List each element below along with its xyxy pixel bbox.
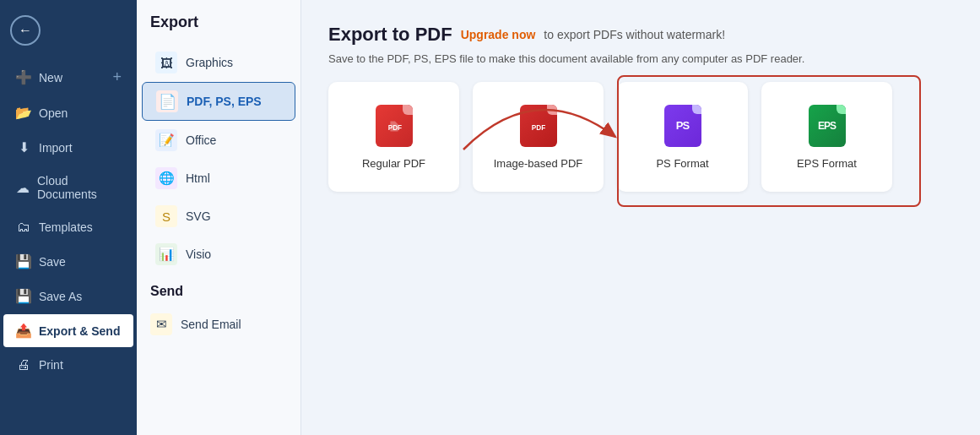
pdf-icon: 📄 (156, 90, 178, 112)
image-pdf-icon: PDF (520, 105, 557, 147)
export-menu-label: Graphics (186, 56, 233, 69)
save-as-icon: 💾 (15, 288, 32, 304)
export-menu-visio[interactable]: 📊 Visio (142, 236, 295, 273)
card-regular-pdf-label: Regular PDF (362, 157, 425, 170)
format-cards: PDF Regular PDF PDF Image-based PDF PS (328, 82, 953, 192)
office-icon: 📝 (155, 129, 177, 151)
card-eps-format[interactable]: EPS EPS Format (761, 82, 892, 192)
print-icon: 🖨 (15, 357, 32, 372)
sidebar-item-label: Open (39, 106, 68, 120)
ps-format-icon: PS (664, 105, 701, 147)
sidebar-item-label: Import (39, 141, 73, 155)
export-menu-label: Html (186, 171, 210, 185)
main-content: Export to PDF Upgrade now to export PDFs… (301, 0, 980, 435)
sidebar-item-label: Print (39, 358, 63, 372)
cloud-icon: ☁ (15, 180, 30, 196)
new-icon: ➕ (15, 69, 32, 85)
sidebar-item-label: New (39, 71, 62, 84)
email-icon: ✉ (150, 313, 172, 335)
sidebar-item-save-as[interactable]: 💾 Save As (3, 280, 133, 313)
sidebar-item-label: Save (39, 255, 66, 269)
export-pdf-title: Export to PDF (328, 24, 452, 46)
export-menu-label: Office (186, 133, 216, 147)
export-menu-label: PDF, PS, EPS (187, 95, 262, 108)
templates-icon: 🗂 (15, 220, 32, 235)
card-ps-format-label: PS Format (656, 157, 708, 170)
save-icon: 💾 (15, 253, 32, 269)
sidebar-item-open[interactable]: 📂 Open (3, 96, 133, 129)
sidebar-item-label: Save As (39, 290, 82, 303)
export-menu-pdf[interactable]: 📄 PDF, PS, EPS (142, 82, 295, 121)
sidebar-item-templates[interactable]: 🗂 Templates (3, 211, 133, 243)
back-button[interactable]: ← (10, 15, 41, 46)
export-menu-label: SVG (186, 209, 211, 223)
new-plus-icon: + (112, 68, 122, 86)
sidebar-item-label: Cloud Documents (37, 174, 122, 201)
export-menu-label: Visio (186, 247, 211, 261)
card-regular-pdf[interactable]: PDF Regular PDF (328, 82, 459, 192)
upgrade-suffix: to export PDFs without watermark! (544, 28, 725, 41)
visio-icon: 📊 (155, 243, 177, 265)
sidebar-item-print[interactable]: 🖨 Print (3, 349, 133, 381)
sidebar-item-save[interactable]: 💾 Save (3, 245, 133, 278)
export-menu-html[interactable]: 🌐 Html (142, 160, 295, 197)
send-email-label: Send Email (181, 318, 241, 331)
card-ps-format[interactable]: PS PS Format (617, 82, 748, 192)
card-image-pdf[interactable]: PDF Image-based PDF (473, 82, 604, 192)
sidebar-item-label: Templates (39, 220, 93, 234)
card-image-pdf-label: Image-based PDF (494, 157, 583, 170)
sidebar-item-export[interactable]: 📤 Export & Send (3, 314, 133, 347)
send-email-item[interactable]: ✉ Send Email (137, 306, 300, 343)
sidebar-item-label: Export & Send (39, 324, 120, 338)
sidebar-item-new[interactable]: ➕ New + (3, 60, 133, 95)
export-pdf-header: Export to PDF Upgrade now to export PDFs… (328, 24, 953, 46)
eps-format-icon: EPS (809, 105, 846, 147)
svg-text:PDF: PDF (531, 123, 545, 131)
export-description: Save to the PDF, PS, EPS file to make th… (328, 52, 953, 65)
sidebar-item-import[interactable]: ⬇ Import (3, 131, 133, 164)
export-panel-title: Export (137, 14, 300, 43)
svg-icon: S (155, 205, 177, 227)
svg-text:PDF: PDF (387, 123, 402, 131)
regular-pdf-icon: PDF (376, 105, 413, 147)
sidebar-item-cloud[interactable]: ☁ Cloud Documents (3, 166, 133, 209)
export-menu-graphics[interactable]: 🖼 Graphics (142, 44, 295, 81)
export-menu-svg[interactable]: S SVG (142, 198, 295, 235)
export-panel: Export 🖼 Graphics 📄 PDF, PS, EPS 📝 Offic… (137, 0, 301, 435)
export-icon: 📤 (15, 323, 32, 339)
send-section-title: Send (137, 274, 300, 306)
sidebar: ← ➕ New + 📂 Open ⬇ Import ☁ Cloud Docume… (0, 0, 137, 435)
import-icon: ⬇ (15, 139, 32, 155)
card-eps-format-label: EPS Format (797, 157, 857, 170)
open-icon: 📂 (15, 105, 32, 121)
upgrade-link[interactable]: Upgrade now (461, 28, 536, 41)
html-icon: 🌐 (155, 167, 177, 189)
export-menu-office[interactable]: 📝 Office (142, 122, 295, 159)
graphics-icon: 🖼 (155, 52, 177, 73)
